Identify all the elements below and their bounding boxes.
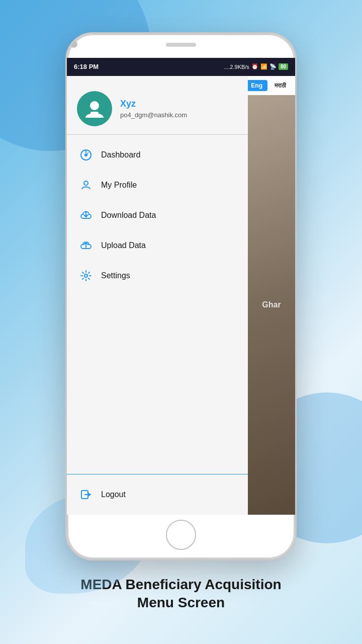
logout-label: Logout [101,490,126,499]
status-icons: ....2.9KB/s ⏰ 📶 📡 80 [224,63,288,70]
phone-speaker [166,43,196,47]
battery-icon: 80 [279,63,288,70]
phone-camera [70,41,77,48]
svg-rect-1 [90,112,99,116]
svg-line-5 [87,152,88,154]
phone-frame: 6:18 PM ....2.9KB/s ⏰ 📶 📡 80 Eng मराठी G… [65,32,297,560]
svg-point-9 [84,274,87,277]
side-drawer: Xyz po4_dgm@nashik.com [67,76,248,515]
user-info: Xyz po4_dgm@nashik.com [120,99,187,119]
status-time: 6:18 PM [74,63,99,70]
screen: Eng मराठी Ghar Xyz po4_d [67,76,295,515]
logout-section: Logout [67,474,248,515]
nav-upload-data[interactable]: Upload Data [67,230,248,261]
caption-line2: Menu Screen [137,595,225,610]
nav-my-profile[interactable]: My Profile [67,170,248,200]
network-speed: ....2.9KB/s [224,64,249,70]
wifi-icon: 📡 [269,63,277,70]
phone-home-button[interactable] [166,520,196,550]
nav-dashboard[interactable]: Dashboard [67,140,248,170]
avatar-icon [83,98,106,120]
language-bar: Eng मराठी [248,76,295,95]
avatar [77,91,112,126]
user-header: Xyz po4_dgm@nashik.com [67,76,248,135]
download-data-label: Download Data [101,211,156,220]
settings-label: Settings [101,271,130,280]
dashboard-label: Dashboard [101,150,140,159]
upload-icon [79,238,93,253]
user-email: po4_dgm@nashik.com [120,111,187,119]
profile-icon [79,178,93,192]
signal-icon: 📶 [260,63,267,70]
download-icon [79,208,93,222]
svg-point-0 [90,101,99,110]
user-name: Xyz [120,99,187,109]
svg-point-6 [84,181,88,185]
nav-settings[interactable]: Settings [67,261,248,291]
nav-section: Dashboard My Profile [67,135,248,474]
upload-data-label: Upload Data [101,241,146,250]
status-bar: 6:18 PM ....2.9KB/s ⏰ 📶 📡 80 [67,58,295,76]
nav-logout[interactable]: Logout [67,479,248,510]
content-behind: Eng मराठी Ghar [248,76,295,515]
main-content-image: Ghar [248,95,295,515]
lang-eng-button[interactable]: Eng [246,80,267,91]
dashboard-icon [79,148,93,162]
alarm-icon: ⏰ [251,63,258,70]
my-profile-label: My Profile [101,181,137,190]
settings-icon [79,269,93,283]
logout-icon [79,488,93,502]
nav-download-data[interactable]: Download Data [67,200,248,230]
lang-marathi-button[interactable]: मराठी [269,80,291,91]
ghar-label: Ghar [262,300,281,309]
